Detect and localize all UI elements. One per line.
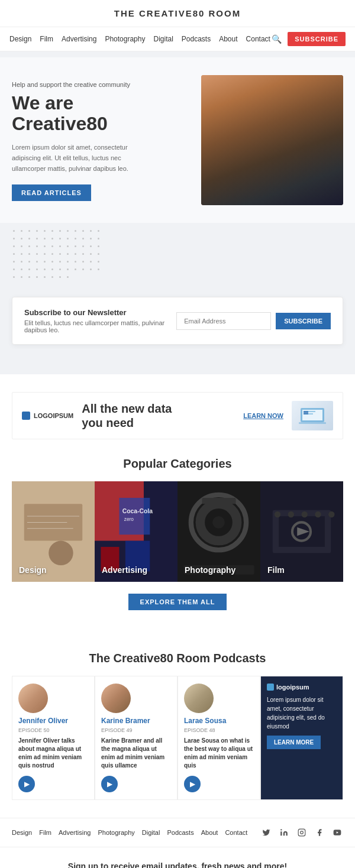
dot: [82, 230, 84, 232]
category-film[interactable]: Film: [260, 481, 343, 582]
dot: [28, 245, 30, 247]
category-advertising[interactable]: Coca-Cola zero Advertising: [95, 481, 178, 582]
nav-design[interactable]: Design: [9, 35, 31, 43]
dot: [59, 276, 61, 278]
dot: [90, 253, 92, 255]
dot: [90, 268, 92, 270]
podcast-play-button-3[interactable]: ▶: [184, 776, 201, 792]
dot: [28, 230, 30, 232]
dark-card-learn-more-button[interactable]: LEARN MORE: [267, 736, 321, 749]
dot: [13, 276, 15, 278]
footer-newsletter: Sign up to receive email updates, fresh …: [0, 847, 355, 868]
footer-design[interactable]: Design: [12, 829, 32, 836]
podcast-card-2: Karine Bramer EPISODE 49 Karine Bramer a…: [95, 676, 178, 800]
dot-pattern: [0, 223, 118, 285]
dot: [67, 238, 69, 239]
dot: [59, 268, 61, 270]
categories-grid: Design Coca-Cola zero Advertising: [12, 481, 343, 582]
dot: [82, 238, 84, 239]
podcast-desc-3: Larae Sousa on what is the best way to a…: [184, 737, 254, 770]
nav-actions: 🔍 SUBSCRIBE: [272, 32, 346, 46]
read-articles-button[interactable]: READ ARTICLES: [12, 184, 91, 201]
newsletter-right: SUBSCRIBE: [176, 312, 331, 330]
podcasts-section: The Creative80 Room Podcasts Jennifer Ol…: [0, 628, 355, 818]
nav-contact[interactable]: Contact: [246, 35, 270, 43]
podcast-play-button-1[interactable]: ▶: [18, 776, 35, 792]
social-icons: [260, 827, 343, 838]
podcast-episode-1: EPISODE 50: [18, 727, 88, 733]
dot: [75, 245, 76, 247]
footer-digital[interactable]: Digital: [142, 829, 160, 836]
dark-logo-icon: [267, 684, 274, 691]
dot: [90, 261, 92, 263]
newsletter-email-input[interactable]: [176, 312, 271, 330]
main-nav: Design Film Advertising Photography Digi…: [0, 27, 355, 51]
podcast-card-1: Jennifer Oliver EPISODE 50 Jennifer Oliv…: [12, 676, 95, 800]
podcast-card-3: Larae Sousa EPISODE 48 Larae Sousa on wh…: [178, 676, 260, 800]
dot: [98, 268, 99, 270]
popular-categories: Popular Categories Design: [0, 457, 355, 610]
dot: [44, 268, 46, 270]
nav-about[interactable]: About: [219, 35, 237, 43]
footer-advertising[interactable]: Advertising: [59, 829, 91, 836]
dot: [67, 268, 69, 270]
explore-all-button[interactable]: EXPLORE THEM ALL: [128, 594, 227, 610]
footer-photography[interactable]: Photography: [98, 829, 134, 836]
dot: [28, 276, 30, 278]
ad-banner: LOGOIPSUM All the new data you need LEAR…: [12, 392, 343, 439]
nav-advertising[interactable]: Advertising: [62, 35, 96, 43]
dot: [21, 276, 22, 278]
nav-photography[interactable]: Photography: [105, 35, 145, 43]
dark-card-logo: logoipsum: [267, 684, 337, 691]
dot: [36, 276, 38, 278]
nav-subscribe-button[interactable]: SUBSCRIBE: [288, 32, 346, 46]
podcast-avatar-img-1: [18, 684, 48, 713]
podcast-avatar-img-3: [184, 684, 214, 713]
dot: [82, 261, 84, 263]
twitter-icon[interactable]: [260, 827, 272, 838]
dot: [51, 276, 53, 278]
podcast-play-button-2[interactable]: ▶: [101, 776, 118, 792]
dot: [21, 245, 22, 247]
nav-podcasts[interactable]: Podcasts: [182, 35, 211, 43]
footer-film[interactable]: Film: [39, 829, 51, 836]
podcast-host-3: Larae Sousa: [184, 717, 254, 725]
dot: [75, 230, 76, 232]
dot: [51, 238, 53, 239]
newsletter-left: Subscribe to our Newsletter Elit tellus,…: [24, 308, 176, 333]
nav-film[interactable]: Film: [40, 35, 53, 43]
dot: [82, 253, 84, 255]
youtube-icon[interactable]: [331, 827, 343, 838]
dot: [51, 253, 53, 255]
facebook-icon[interactable]: [314, 827, 325, 838]
footer-about[interactable]: About: [201, 829, 218, 836]
dot: [98, 230, 99, 232]
dot: [44, 276, 46, 278]
dark-logo-text: logoipsum: [276, 684, 309, 691]
dot: [13, 261, 15, 263]
dot: [51, 261, 53, 263]
footer-contact[interactable]: Contact: [225, 829, 247, 836]
dot: [75, 238, 76, 239]
linkedin-icon[interactable]: [278, 827, 290, 838]
footer-podcasts[interactable]: Podcasts: [167, 829, 193, 836]
nav-digital[interactable]: Digital: [153, 35, 173, 43]
learn-now-link[interactable]: LEARN NOW: [243, 412, 283, 419]
dot: [36, 230, 38, 232]
newsletter-banner: Subscribe to our Newsletter Elit tellus,…: [12, 297, 343, 345]
hero-section: Help and support the creative community …: [0, 57, 355, 223]
dot: [59, 245, 61, 247]
dot: [36, 245, 38, 247]
ad-logo: LOGOIPSUM: [22, 412, 73, 420]
newsletter-subscribe-button[interactable]: SUBSCRIBE: [276, 313, 331, 329]
category-design[interactable]: Design: [12, 481, 95, 582]
svg-text:zero: zero: [124, 516, 134, 522]
category-photography[interactable]: Photography: [178, 481, 260, 582]
dot: [67, 230, 69, 232]
dot: [59, 261, 61, 263]
instagram-icon[interactable]: [296, 827, 308, 838]
ad-image: [292, 401, 333, 430]
dot: [82, 268, 84, 270]
dot: [44, 238, 46, 239]
search-button[interactable]: 🔍: [272, 34, 282, 44]
